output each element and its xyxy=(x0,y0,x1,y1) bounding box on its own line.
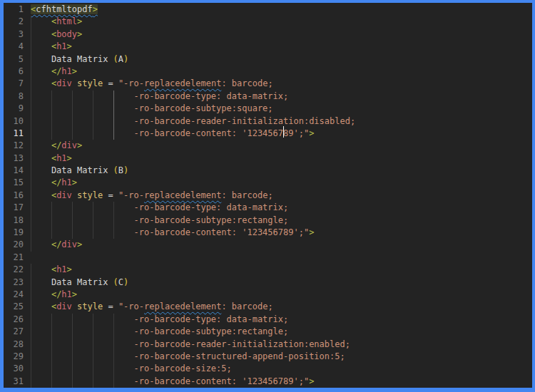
line-number: 19 xyxy=(4,227,24,239)
code-token: -ro-barcode-subtype:rectangle; xyxy=(31,215,288,225)
indent-guide xyxy=(31,314,31,326)
code-line[interactable]: 28 -ro-barcode-reader-initialization:ena… xyxy=(4,339,532,351)
indent-guide xyxy=(51,91,52,103)
code-token xyxy=(72,78,77,88)
code-token: </ xyxy=(51,239,61,249)
code-editor-viewport[interactable]: 1<cfhtmltopdf>2 <html>3 <body>4 <h1>5 Da… xyxy=(0,0,535,392)
code-token xyxy=(31,16,51,26)
code-line[interactable]: 5 Data Matrix (A) xyxy=(4,53,532,66)
indent-guide xyxy=(31,215,31,227)
code-line[interactable]: 2 <html> xyxy=(4,16,532,28)
code-line-content: -ro-barcode-type: data-matrix; xyxy=(24,202,532,214)
line-number: 8 xyxy=(4,91,24,103)
code-line[interactable]: 15 </h1> xyxy=(4,177,532,189)
indent-guide xyxy=(72,115,73,128)
line-number: 6 xyxy=(4,66,24,78)
code-line-content: </div> xyxy=(24,239,532,251)
code-line[interactable]: 20 </div> xyxy=(4,239,532,251)
indent-guide xyxy=(31,66,31,78)
code-line[interactable]: 11 -ro-barcode-content: '123456789';"> xyxy=(4,128,532,140)
code-line[interactable]: 12 </div> xyxy=(4,140,532,152)
code-line[interactable]: 26 -ro-barcode-type: data-matrix; xyxy=(4,314,532,326)
code-line[interactable]: 13 <h1> xyxy=(4,153,532,165)
line-number: 17 xyxy=(4,202,24,214)
code-line[interactable]: 31 -ro-barcode-content: '123456789';"> xyxy=(4,376,532,388)
code-token: </ xyxy=(51,177,61,187)
indent-guide xyxy=(113,376,114,388)
code-line[interactable]: 24 </h1> xyxy=(4,289,532,301)
code-token xyxy=(31,140,51,150)
code-line[interactable]: 30 -ro-barcode-size:5; xyxy=(4,363,532,375)
code-line-content: Data Matrix (C) xyxy=(24,277,532,289)
indent-guide xyxy=(113,115,114,128)
code-line[interactable]: 17 -ro-barcode-type: data-matrix; xyxy=(4,202,532,214)
code-line[interactable]: 8 -ro-barcode-type: data-matrix; xyxy=(4,91,532,103)
code-line[interactable]: 6 </h1> xyxy=(4,66,532,78)
code-token: -ro-barcode-content: '1234567 xyxy=(31,128,283,138)
code-token: ) xyxy=(123,277,128,287)
code-token xyxy=(31,289,51,299)
code-line[interactable]: 21 xyxy=(4,252,532,264)
code-editor[interactable]: 1<cfhtmltopdf>2 <html>3 <body>4 <h1>5 Da… xyxy=(4,3,532,388)
line-number: 1 xyxy=(4,4,24,16)
code-line[interactable]: 16 <div style = "-ro-replacedelement: ba… xyxy=(4,190,532,202)
code-line-content: <div style = "-ro-replacedelement: barco… xyxy=(24,190,532,202)
line-number: 4 xyxy=(4,41,24,53)
indent-guide xyxy=(31,239,31,251)
code-token: : barcode; xyxy=(221,190,272,200)
line-number: 20 xyxy=(4,239,24,251)
indent-guide xyxy=(93,376,93,388)
line-number: 24 xyxy=(4,289,24,301)
code-line[interactable]: 3 <body> xyxy=(4,29,532,41)
code-token: div xyxy=(56,190,72,200)
code-token: > xyxy=(72,289,77,299)
code-line[interactable]: 10 -ro-barcode-reader-initialization:dis… xyxy=(4,115,532,128)
code-token: > xyxy=(309,227,314,237)
code-line[interactable]: 19 -ro-barcode-content: '123456789';"> xyxy=(4,227,532,239)
line-number: 25 xyxy=(4,301,24,313)
indent-guide xyxy=(31,177,31,189)
indent-guide xyxy=(31,351,31,363)
indent-guide xyxy=(113,363,114,375)
code-token: ) xyxy=(123,165,128,175)
indent-guide xyxy=(31,326,31,338)
code-line[interactable]: 9 -ro-barcode-subtype:square; xyxy=(4,103,532,115)
code-line[interactable]: 4 <h1> xyxy=(4,41,532,53)
indent-guide xyxy=(51,314,52,326)
code-token: cfhtmltopdf xyxy=(36,4,92,14)
code-token: div xyxy=(56,78,72,88)
indent-guide xyxy=(51,202,52,214)
code-line-content: <div style = "-ro-replacedelement: barco… xyxy=(24,301,532,313)
code-line[interactable]: 1<cfhtmltopdf> xyxy=(4,4,532,16)
indent-guide xyxy=(113,314,114,326)
code-line[interactable]: 27 -ro-barcode-subtype:rectangle; xyxy=(4,326,532,338)
indent-guide xyxy=(113,339,114,351)
code-token: html xyxy=(56,16,77,26)
code-token xyxy=(31,78,51,88)
indent-guide xyxy=(93,363,93,375)
code-line[interactable]: 25 <div style = "-ro-replacedelement: ba… xyxy=(4,301,532,313)
line-number: 16 xyxy=(4,190,24,202)
line-number: 23 xyxy=(4,277,24,289)
indent-guide xyxy=(31,339,31,351)
indent-guide xyxy=(31,103,31,115)
code-line[interactable]: 14 Data Matrix (B) xyxy=(4,165,532,177)
indent-guide xyxy=(72,202,73,214)
code-token xyxy=(31,29,51,39)
indent-guide xyxy=(31,53,31,66)
line-number: 27 xyxy=(4,326,24,338)
code-line[interactable]: 22 <h1> xyxy=(4,264,532,276)
line-number: 15 xyxy=(4,177,24,189)
code-line[interactable]: 23 Data Matrix (C) xyxy=(4,277,532,289)
code-line[interactable]: 18 -ro-barcode-subtype:rectangle; xyxy=(4,215,532,227)
code-token: </ xyxy=(51,289,61,299)
code-line[interactable]: 29 -ro-barcode-structured-append-positio… xyxy=(4,351,532,363)
line-number: 7 xyxy=(4,78,24,90)
code-token: > xyxy=(309,376,314,386)
code-token: -ro-barcode-type: data-matrix; xyxy=(31,202,288,212)
indent-guide xyxy=(72,91,73,103)
code-line-content: <cfhtmltopdf> xyxy=(24,4,532,16)
line-number: 2 xyxy=(4,16,24,28)
code-token: "-ro- xyxy=(118,78,144,88)
code-line[interactable]: 7 <div style = "-ro-replacedelement: bar… xyxy=(4,78,532,90)
